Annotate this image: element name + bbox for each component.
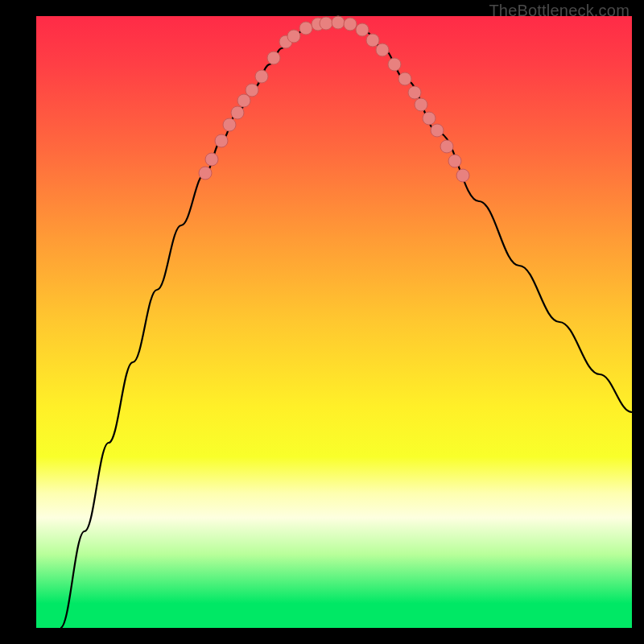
bottleneck-curve [60, 23, 632, 628]
data-marker [456, 169, 469, 182]
data-marker [231, 106, 244, 119]
watermark-text: TheBottleneck.com [489, 2, 630, 20]
data-marker [376, 43, 389, 56]
data-marker [431, 124, 444, 137]
data-marker [267, 52, 280, 64]
data-marker [356, 23, 369, 36]
data-marker [388, 58, 401, 71]
data-marker [205, 153, 218, 166]
data-marker [344, 18, 357, 31]
data-marker [255, 70, 268, 83]
data-markers [199, 16, 469, 182]
data-marker [246, 84, 258, 97]
data-marker [440, 140, 453, 153]
data-marker [237, 94, 250, 107]
data-marker [448, 155, 461, 167]
plot-area [36, 16, 632, 628]
data-marker [223, 118, 236, 131]
chart-svg [36, 16, 632, 628]
data-marker [199, 167, 212, 180]
data-marker [398, 72, 411, 85]
data-marker [287, 30, 300, 43]
data-marker [332, 16, 345, 29]
data-marker [366, 34, 379, 47]
data-marker [423, 112, 436, 125]
data-marker [408, 86, 421, 99]
data-marker [215, 134, 228, 147]
data-marker [415, 98, 427, 111]
data-marker [320, 17, 332, 30]
data-marker [299, 22, 312, 35]
